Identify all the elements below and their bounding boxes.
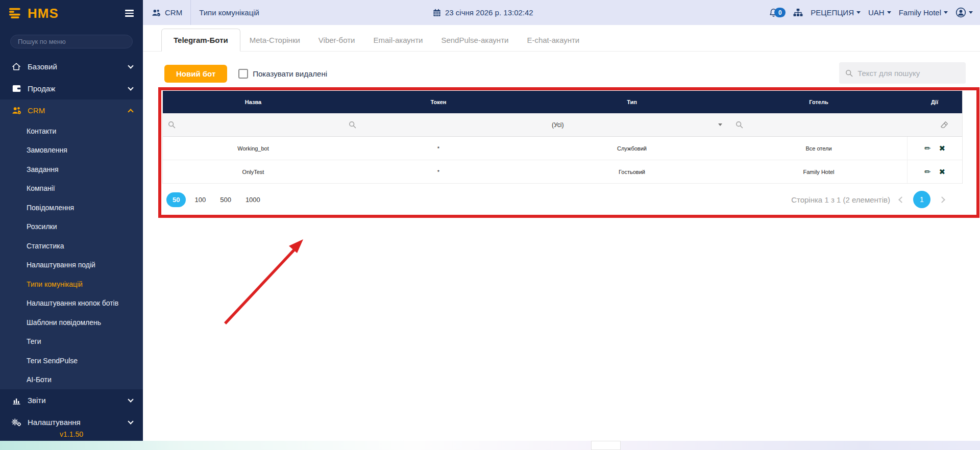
tab-viber-bots[interactable]: Viber-боти [309,29,364,51]
reception-dropdown[interactable]: РЕЦЕПЦИЯ [811,8,861,17]
user-avatar-icon [955,7,966,18]
datetime-display: 23 січня 2026 р. 13:02:42 [433,8,533,17]
wallet-icon [10,85,22,92]
page-title: Типи комунікацій [199,8,259,17]
search-icon [168,121,176,129]
table-filter-row: (Усі) [163,113,962,137]
tab-meta-pages[interactable]: Meta-Сторінки [240,29,309,51]
column-header-token[interactable]: Токен [344,91,533,113]
breadcrumb-root-label: CRM [165,8,182,17]
sidebar-item-crm[interactable]: CRM [0,99,143,121]
filter-name-cell[interactable] [163,113,344,136]
crm-users-icon [10,106,22,115]
chevron-down-icon [856,11,861,14]
tab-bar: Telegram-Боти Meta-Сторінки Viber-боти E… [143,29,980,52]
edit-icon[interactable]: ✏ [924,168,931,176]
tab-email-accounts[interactable]: Email-акаунти [364,29,432,51]
tab-echat-accounts[interactable]: E-chat-акаунти [518,29,589,51]
app-version: v1.1.50 [0,430,143,438]
breadcrumb-root[interactable]: CRM [143,8,190,17]
notifications-button[interactable]: 0 [769,8,786,18]
currency-dropdown[interactable]: UAH [868,8,891,17]
new-bot-button[interactable]: Новий бот [164,65,227,83]
cell-actions: ✏ ✖ [907,160,962,183]
chevron-down-icon [718,123,722,126]
sidebar-item-tags[interactable]: Теги [0,332,143,352]
sidebar-item-ai-bots[interactable]: AI-Боти [0,370,143,390]
home-icon [10,62,22,71]
sidebar-item-statistics[interactable]: Статистика [0,236,143,256]
cell-hotel: Все отели [730,137,907,160]
sidebar-item-label: CRM [28,106,45,115]
sidebar-item-reports[interactable]: Звіти [0,389,143,411]
sidebar-item-label: Налаштування [28,418,81,427]
edit-icon[interactable]: ✏ [924,144,931,152]
checkbox-box[interactable] [238,69,248,79]
search-input[interactable] [857,69,960,78]
chevron-up-icon [128,109,133,114]
sidebar-item-companies[interactable]: Компанії [0,179,143,198]
current-page-button[interactable]: 1 [913,191,930,208]
delete-icon[interactable]: ✖ [939,168,946,176]
sidebar-item-bot-buttons-settings[interactable]: Налаштування кнопок ботів [0,294,143,313]
user-menu[interactable] [955,7,973,18]
chevron-down-icon [128,63,133,68]
crm-users-icon [151,9,161,17]
sidebar-item-communication-types[interactable]: Типи комунікацій [0,274,143,294]
filter-hotel-cell[interactable] [730,113,907,136]
menu-search-input[interactable] [10,35,133,48]
cell-token: * [344,160,533,183]
sidebar-search [10,35,133,48]
previous-page-icon[interactable] [898,196,905,203]
chevron-down-icon [128,396,133,402]
filter-token-cell[interactable] [344,113,533,136]
cell-hotel: Family Hotel [730,160,907,183]
sidebar-collapse-icon[interactable] [125,10,134,17]
sidebar-item-base[interactable]: Базовий [0,56,143,78]
page-size-50[interactable]: 50 [166,192,186,207]
cell-name: Working_bot [163,137,344,160]
table-row[interactable]: Working_bot * Службовий Все отели ✏ ✖ [163,137,962,160]
page-size-500[interactable]: 500 [214,193,237,207]
hms-logo-icon [9,8,22,19]
sidebar-item-orders[interactable]: Замовлення [0,141,143,160]
sidebar-item-sendpulse-tags[interactable]: Теги SendPulse [0,351,143,370]
clear-filters-button[interactable] [907,113,962,136]
filter-type-dropdown[interactable]: (Усі) [533,113,730,136]
sitemap-icon [793,8,803,17]
hotel-dropdown[interactable]: Family Hotel [899,8,948,17]
table-search [839,62,966,84]
breadcrumb-page: Типи комунікацій [191,8,267,17]
sidebar: HMS Базовий Продаж [0,0,143,441]
column-header-name[interactable]: Назва [163,91,344,113]
column-header-hotel[interactable]: Готель [730,91,907,113]
bar-chart-icon [10,396,22,405]
hotel-label: Family Hotel [899,8,941,17]
sidebar-item-contacts[interactable]: Контакти [0,121,143,141]
sidebar-item-event-settings[interactable]: Налаштування подій [0,256,143,275]
show-deleted-checkbox[interactable]: Показувати видалені [238,69,327,79]
table-row[interactable]: OnlyTest * Гостьовий Family Hotel ✏ ✖ [163,160,962,184]
structure-button[interactable] [793,8,803,17]
chevron-down-icon [969,11,973,14]
bottom-edge-strip [0,441,980,450]
next-page-icon[interactable] [939,196,945,203]
sidebar-item-label: Звіти [28,396,46,405]
sidebar-item-tasks[interactable]: Завдання [0,160,143,179]
pagination-controls: Сторінка 1 з 1 (2 елементів) 1 [791,191,963,208]
sidebar-item-sales[interactable]: Продаж [0,78,143,99]
tab-sendpulse-accounts[interactable]: SendPulse-акаунти [432,29,518,51]
sidebar-item-messages[interactable]: Повідомлення [0,198,143,217]
topbar-actions: 0 РЕЦЕПЦИЯ UAH Family Hotel [769,7,980,18]
tab-telegram-bots[interactable]: Telegram-Боти [161,29,240,52]
gears-icon [10,418,22,427]
delete-icon[interactable]: ✖ [939,144,946,152]
sidebar-item-message-templates[interactable]: Шаблони повідомлень [0,313,143,332]
reception-label: РЕЦЕПЦИЯ [811,8,854,17]
bots-table: Назва Токен Тип Готель Дії (Усі) [162,91,963,184]
page-size-100[interactable]: 100 [189,193,211,207]
page-size-1000[interactable]: 1000 [240,193,266,207]
sidebar-item-mailings[interactable]: Розсилки [0,217,143,237]
column-header-type[interactable]: Тип [533,91,730,113]
checkbox-label: Показувати видалені [253,69,327,78]
